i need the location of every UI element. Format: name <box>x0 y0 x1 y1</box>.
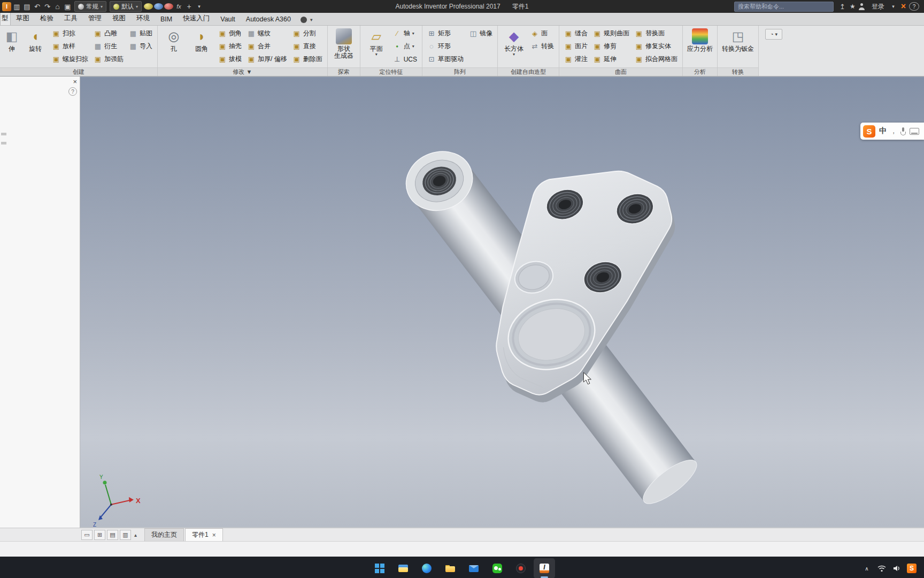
mirror-button[interactable]: 镜像 <box>466 27 495 40</box>
taskbar-edge[interactable] <box>416 558 437 578</box>
ruled-surface-button[interactable]: 规则曲面 <box>590 27 632 40</box>
ribbon-tab-管理[interactable]: 管理 <box>83 12 107 25</box>
ribbon-tab-视图[interactable]: 视图 <box>107 12 131 25</box>
chamfer-button[interactable]: 倒角 <box>215 27 244 40</box>
freeform-face-button[interactable]: 面 <box>528 27 557 40</box>
ribbon-display-toggle[interactable]: ▾ <box>765 29 782 40</box>
taskbar-browser[interactable] <box>510 558 532 578</box>
circular-pattern-button[interactable]: 环形 <box>425 40 466 52</box>
ribbon-tab-3d-model[interactable]: 型 <box>0 12 11 25</box>
trim-button[interactable]: 修剪 <box>590 40 632 52</box>
customize-caret-icon[interactable] <box>195 2 204 11</box>
ucs-button[interactable]: UCS <box>390 53 420 65</box>
collapse-doc-bar-button[interactable]: ▴ <box>134 532 137 538</box>
x-logo-icon[interactable] <box>899 2 908 11</box>
combine-button[interactable]: 合并 <box>244 40 290 52</box>
sphere-red-icon[interactable] <box>164 3 173 10</box>
measure-plus-icon[interactable] <box>184 2 194 11</box>
thicken-offset-button[interactable]: 加厚/ 偏移 <box>244 53 290 65</box>
rectangular-pattern-button[interactable]: 矩形 <box>425 27 466 40</box>
favorites-star-icon[interactable] <box>848 2 857 11</box>
ribbon-tab-环境[interactable]: 环境 <box>131 12 155 25</box>
caret-down-icon[interactable]: ▾ <box>310 17 313 22</box>
extrude-button[interactable]: 伸 <box>2 27 21 52</box>
fx-icon[interactable] <box>174 2 183 11</box>
ribbon-tab-Vault[interactable]: Vault <box>215 14 241 25</box>
taskbar-start[interactable] <box>369 558 390 578</box>
caret-down-icon[interactable] <box>889 2 898 11</box>
taskbar-explorer[interactable] <box>392 558 414 578</box>
sweep-button[interactable]: 扫掠 <box>49 27 91 40</box>
open-icon[interactable] <box>12 2 21 11</box>
undo-icon[interactable] <box>33 2 42 11</box>
help-icon[interactable] <box>909 2 919 11</box>
tile-grid-icon[interactable]: ⊞ <box>94 530 105 540</box>
group-label-create[interactable]: 创建 <box>0 67 157 76</box>
stress-analysis-button[interactable]: 应力分析 <box>685 27 715 52</box>
sogou-logo[interactable]: S <box>863 125 875 138</box>
volume-icon[interactable] <box>892 564 902 573</box>
fit-mesh-face-button[interactable]: 拟合网格面 <box>632 53 680 65</box>
group-label-freeform[interactable]: 创建自由造型 <box>498 67 559 76</box>
freeform-box-button[interactable]: 长方体▾ <box>500 27 528 56</box>
convert-to-sheet-metal-button[interactable]: 转换为钣金 <box>720 27 756 52</box>
sketch-driven-pattern-button[interactable]: 草图驱动 <box>425 53 466 65</box>
import-button[interactable]: 导入 <box>126 40 155 52</box>
doc-tab-我的主页[interactable]: 我的主页 <box>144 528 184 541</box>
mic-icon[interactable] <box>900 127 906 135</box>
ribbon-tab-Autodesk A360[interactable]: Autodesk A360 <box>241 14 296 25</box>
hole-button[interactable]: 孔 <box>160 27 188 52</box>
wifi-icon[interactable] <box>877 564 887 573</box>
sogou-icon[interactable] <box>907 564 917 573</box>
rib-button[interactable]: 加强筋 <box>91 53 126 65</box>
appearance-combo[interactable]: 默认 ▾ <box>110 1 142 12</box>
coil-button[interactable]: 螺旋扫掠 <box>49 53 91 65</box>
derive-button[interactable]: 衍生 <box>91 40 126 52</box>
loft-button[interactable]: 放样 <box>49 40 91 52</box>
taskbar-inventor[interactable] <box>534 558 555 578</box>
doc-tab-零件1[interactable]: 零件1× <box>185 528 223 541</box>
home-icon[interactable] <box>53 2 62 11</box>
group-label-convert[interactable]: 转换 <box>718 67 758 76</box>
group-label-simulation[interactable]: 分析 <box>683 67 717 76</box>
user-icon[interactable] <box>858 3 867 10</box>
repair-bodies-button[interactable]: 修复实体 <box>632 40 680 52</box>
clipboard-icon[interactable] <box>63 2 72 11</box>
extend-button[interactable]: 延伸 <box>590 53 632 65</box>
tile-vertical-icon[interactable]: ▥ <box>120 530 131 540</box>
send-up-icon[interactable] <box>838 2 847 11</box>
ribbon-tab-快速入门[interactable]: 快速入门 <box>178 12 215 25</box>
patch-button[interactable]: 面片 <box>561 40 590 52</box>
close-tab-icon[interactable]: × <box>212 531 216 539</box>
tile-horizontal-icon[interactable]: ▤ <box>107 530 118 540</box>
delete-face-button[interactable]: 删除面 <box>290 53 325 65</box>
help-icon[interactable]: ? <box>68 87 77 96</box>
quick-launch-icon[interactable] <box>301 17 307 23</box>
ime-punctuation-button[interactable]: ， <box>890 127 897 136</box>
shape-generator-button[interactable]: 形状 生成器 <box>330 27 358 59</box>
stitch-button[interactable]: 缝合 <box>561 27 590 40</box>
material-combo[interactable]: 常规 ▾ <box>74 1 106 12</box>
taskbar-folder[interactable] <box>440 558 461 578</box>
group-label-explore[interactable]: 探索 <box>328 67 360 76</box>
close-panel-icon[interactable]: × <box>73 78 77 86</box>
keyboard-icon[interactable] <box>910 128 919 135</box>
sculpt-button[interactable]: 灌注 <box>561 53 590 65</box>
point-button[interactable]: 点▾ <box>390 40 420 52</box>
viewport-canvas[interactable]: X Y Z <box>80 77 924 528</box>
thread-button[interactable]: 螺纹 <box>244 27 290 40</box>
direct-edit-button[interactable]: 直接 <box>290 40 325 52</box>
decal-button[interactable]: 贴图 <box>126 27 155 40</box>
save-icon[interactable] <box>22 2 32 11</box>
replace-face-button[interactable]: 替换面 <box>632 27 680 40</box>
cascade-icon[interactable]: ▭ <box>81 530 93 540</box>
taskbar-mail[interactable] <box>463 558 484 578</box>
viewport[interactable]: X Y Z S 中 ， <box>80 77 924 528</box>
group-label-work-features[interactable]: 定位特征 <box>360 67 422 76</box>
group-label-surface[interactable]: 曲面 <box>559 67 682 76</box>
freeform-convert-button[interactable]: 转换 <box>528 40 557 52</box>
group-label-modify[interactable]: 修改 ▼ <box>158 67 327 76</box>
sign-in-button[interactable]: 登录 <box>872 2 884 11</box>
group-label-pattern[interactable]: 阵列 <box>422 67 497 76</box>
axis-button[interactable]: 轴▾ <box>390 27 420 40</box>
